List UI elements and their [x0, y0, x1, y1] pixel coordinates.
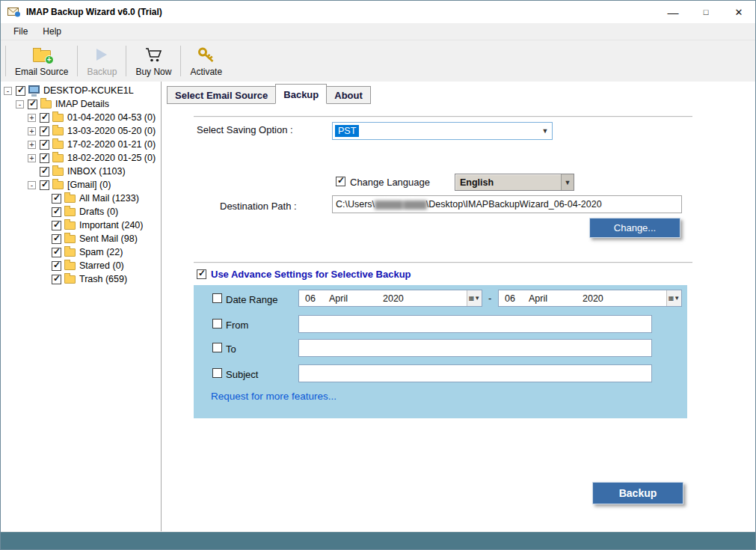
tab-bar: Select Email Source Backup About — [167, 84, 370, 104]
close-icon[interactable]: ✕ — [722, 1, 755, 23]
tree-item[interactable]: - [Gmail] (0) — [1, 178, 161, 192]
expand-collapse-icon[interactable]: - — [16, 100, 24, 109]
tree-item[interactable]: Important (240) — [1, 219, 161, 232]
tree-item[interactable]: - DESKTOP-KCUKE1L — [1, 84, 161, 97]
request-features-link[interactable]: Request for more features... — [211, 391, 336, 402]
advance-settings-checkbox[interactable] — [197, 269, 206, 279]
tree-item[interactable]: + 18-02-2020 01-25 (0) — [1, 151, 161, 165]
expand-collapse-icon[interactable]: - — [28, 181, 36, 189]
language-value: English — [460, 177, 494, 188]
tree-item[interactable]: + 01-04-2020 04-53 (0) — [1, 111, 161, 124]
chevron-down-icon[interactable]: ▼ — [561, 174, 574, 190]
calendar-dropdown-icon[interactable]: ▦▼ — [467, 290, 482, 306]
email-source-button[interactable]: Email Source — [8, 42, 75, 80]
toolbar: Email Source Backup Buy Now — [1, 40, 755, 82]
expand-collapse-icon[interactable]: + — [28, 114, 36, 122]
date-from-year[interactable]: 2020 — [383, 293, 426, 304]
date-from-month[interactable]: April — [329, 293, 383, 304]
checkbox[interactable] — [52, 221, 61, 230]
checkbox[interactable] — [40, 140, 49, 150]
tree-item-label: DESKTOP-KCUKE1L — [43, 85, 134, 96]
tree-item-label: 18-02-2020 01-25 (0) — [67, 153, 156, 163]
computer-icon — [28, 85, 40, 94]
saving-option-value: PST — [335, 125, 359, 137]
folder-icon — [64, 221, 76, 230]
checkbox[interactable] — [52, 261, 61, 271]
checkbox[interactable] — [52, 234, 61, 244]
folder-icon — [52, 154, 64, 162]
tree-item[interactable]: Drafts (0) — [1, 205, 161, 219]
activate-button[interactable]: Activate — [183, 42, 229, 80]
date-to-day[interactable]: 06 — [499, 293, 529, 304]
tree-item[interactable]: + 17-02-2020 01-21 (0) — [1, 138, 161, 151]
tree-item[interactable]: Starred (0) — [1, 259, 161, 272]
date-to-year[interactable]: 2020 — [583, 293, 626, 304]
folder-icon — [64, 208, 76, 216]
change-path-button[interactable]: Change... — [589, 218, 680, 238]
saving-option-select[interactable]: PST ▼ — [332, 122, 553, 140]
expand-collapse-icon[interactable]: - — [4, 87, 12, 95]
from-checkbox[interactable] — [212, 319, 222, 329]
from-input[interactable] — [298, 315, 652, 333]
tree-item-label: Trash (659) — [79, 274, 127, 284]
tree-item-label: 01-04-2020 04-53 (0) — [67, 112, 156, 123]
tab-about[interactable]: About — [326, 86, 371, 104]
checkbox[interactable] — [40, 167, 49, 177]
checkbox[interactable] — [52, 194, 61, 204]
separator-line — [194, 262, 692, 263]
tree-item[interactable]: Trash (659) — [1, 272, 161, 286]
checkbox[interactable] — [16, 86, 25, 96]
backup-toolbar-label: Backup — [87, 67, 117, 77]
checkbox[interactable] — [52, 248, 61, 257]
date-range-label: Date Range — [226, 294, 277, 305]
folder-icon — [64, 262, 76, 270]
buy-now-label: Buy Now — [135, 67, 171, 77]
subject-input[interactable] — [298, 364, 652, 382]
expand-collapse-icon[interactable]: + — [28, 154, 36, 162]
checkbox[interactable] — [52, 207, 61, 217]
tab-select-email-source[interactable]: Select Email Source — [167, 86, 276, 104]
chevron-down-icon[interactable]: ▼ — [538, 127, 552, 135]
date-from-day[interactable]: 06 — [299, 293, 329, 304]
maximize-icon[interactable]: □ — [689, 1, 722, 23]
checkbox[interactable] — [40, 126, 49, 136]
backup-button[interactable]: Backup — [592, 482, 683, 504]
change-language-checkbox[interactable] — [336, 177, 345, 186]
checkbox[interactable] — [40, 180, 49, 190]
checkbox[interactable] — [40, 153, 49, 163]
menu-help[interactable]: Help — [35, 24, 69, 39]
from-label: From — [226, 320, 248, 331]
expand-collapse-icon[interactable]: + — [28, 141, 36, 149]
menu-file[interactable]: File — [6, 24, 35, 39]
to-checkbox[interactable] — [212, 343, 222, 352]
destination-path-input[interactable]: C:\Users\██████ █████\Desktop\IMAPBackup… — [332, 195, 682, 213]
subject-checkbox[interactable] — [212, 368, 222, 378]
checkbox[interactable] — [52, 275, 61, 284]
date-range-checkbox[interactable] — [212, 293, 222, 303]
title-bar: IMAP Backup Wizard v6.0 (Trial) — □ ✕ — [1, 1, 755, 23]
tree-item[interactable]: Sent Mail (98) — [1, 232, 161, 245]
language-select[interactable]: English ▼ — [455, 174, 574, 191]
date-to-month[interactable]: April — [529, 293, 583, 304]
tree-item[interactable]: All Mail (1233) — [1, 192, 161, 205]
tree-item[interactable]: - IMAP Details — [1, 97, 161, 111]
minimize-icon[interactable]: — — [657, 1, 689, 23]
tree-item[interactable]: Spam (22) — [1, 245, 161, 259]
tree-item-label: Starred (0) — [79, 260, 124, 271]
tree-item-label: Important (240) — [79, 220, 143, 230]
folder-icon — [64, 235, 76, 243]
date-to-picker[interactable]: 06 April 2020 ▦▼ — [498, 290, 682, 307]
buy-now-button[interactable]: Buy Now — [129, 42, 178, 80]
date-from-picker[interactable]: 06 April 2020 ▦▼ — [298, 290, 482, 307]
expand-collapse-icon[interactable]: + — [28, 127, 36, 135]
tree-item-label: 13-03-2020 05-20 (0) — [67, 126, 156, 136]
tab-backup[interactable]: Backup — [275, 84, 327, 104]
backup-toolbar-button[interactable]: Backup — [80, 42, 123, 80]
app-window: IMAP Backup Wizard v6.0 (Trial) — □ ✕ Fi… — [0, 0, 756, 550]
to-input[interactable] — [298, 339, 652, 357]
checkbox[interactable] — [28, 100, 37, 109]
tree-item[interactable]: + 13-03-2020 05-20 (0) — [1, 124, 161, 138]
calendar-dropdown-icon[interactable]: ▦▼ — [666, 290, 681, 306]
tree-item[interactable]: INBOX (1103) — [1, 165, 161, 178]
checkbox[interactable] — [40, 113, 49, 123]
